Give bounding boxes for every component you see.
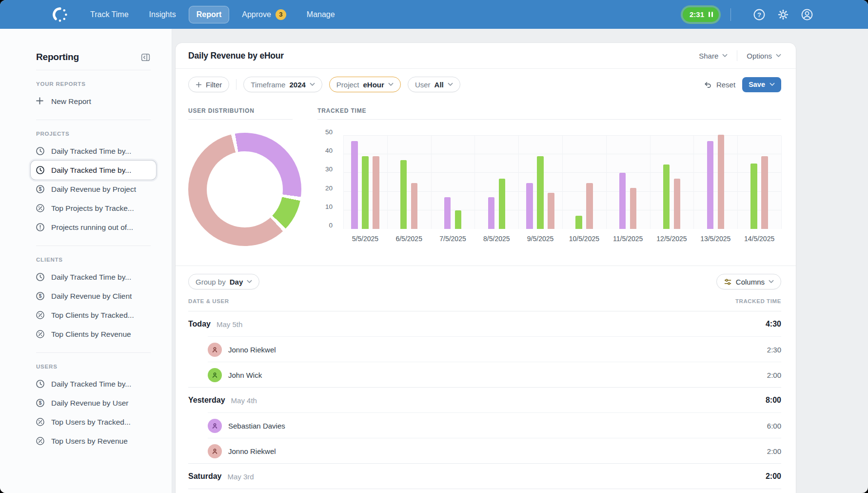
profile-avatar-icon[interactable] [800, 8, 813, 21]
sidebar-item-top-clients-by-tracked[interactable]: Top Clients by Tracked... [31, 306, 156, 325]
sidebar-item-daily-revenue-by-user[interactable]: $Daily Revenue by User [31, 393, 156, 412]
bar-pink-user-11-5-2025[interactable] [630, 188, 637, 229]
table-member-row-jonno-riekwel[interactable]: Jonno Riekwel2:30 [176, 337, 796, 362]
bar-green-user-12-5-2025[interactable] [663, 164, 670, 229]
gridline [387, 136, 388, 229]
sidebar-section-your-reports: YOUR REPORTSNew Report [36, 70, 151, 120]
timer-pill[interactable]: 2:31 [683, 7, 719, 22]
pause-icon[interactable] [709, 12, 713, 17]
reset-button[interactable]: Reset [704, 81, 735, 89]
bar-green-user-5-5-2025[interactable] [362, 156, 369, 229]
percent-icon [36, 417, 45, 427]
help-icon[interactable]: ? [752, 8, 766, 21]
sidebar-section-label: CLIENTS [36, 257, 151, 263]
sidebar-item-daily-tracked-time-by[interactable]: Daily Tracked Time by... [31, 374, 156, 393]
group-date: May 5th [217, 320, 242, 329]
bar-purple-user-8-5-2025[interactable] [488, 197, 495, 229]
y-axis-tick-label: 50 [325, 128, 333, 136]
x-axis-tick-label: 7/5/2025 [431, 235, 475, 243]
reporting-sidebar: Reporting YOUR REPORTSNew ReportPROJECTS… [0, 29, 172, 493]
chevron-down-icon [310, 82, 315, 86]
x-axis-tick-label: 11/5/2025 [606, 235, 650, 243]
nav-item-approve[interactable]: Approve3 [234, 5, 294, 24]
sidebar-item-daily-tracked-time-by[interactable]: Daily Tracked Time by... [31, 267, 156, 287]
table-member-row-john-wick[interactable]: John Wick2:00 [176, 362, 796, 388]
clock-icon [36, 146, 45, 156]
sidebar-item-projects-running-out-of[interactable]: Projects running out of... [31, 218, 156, 237]
sidebar-item-daily-tracked-time-by[interactable]: Daily Tracked Time by... [31, 142, 156, 161]
gridline [431, 136, 432, 229]
page-title: Daily Revenue by eHour [188, 51, 284, 61]
nav-item-report[interactable]: Report [189, 6, 230, 23]
nav-item-track-time[interactable]: Track Time [82, 6, 137, 23]
bar-green-user-7-5-2025[interactable] [455, 210, 462, 229]
filter-pill-project[interactable]: ProjecteHour [329, 77, 401, 92]
group-by-button[interactable]: Group by Day [188, 274, 259, 289]
tracked-time-bar-chart[interactable] [343, 136, 781, 229]
settings-gear-icon[interactable] [776, 8, 789, 21]
bar-green-user-10-5-2025[interactable] [575, 216, 582, 229]
filter-pill-user[interactable]: UserAll [408, 77, 460, 92]
sidebar-item-daily-revenue-by-client[interactable]: $Daily Revenue by Client [31, 287, 156, 306]
bar-green-user-8-5-2025[interactable] [499, 179, 506, 229]
sidebar-item-daily-tracked-time-by[interactable]: Daily Tracked Time by... [31, 161, 156, 180]
bar-pink-user-9-5-2025[interactable] [548, 193, 554, 229]
approve-count-badge: 3 [276, 9, 286, 20]
options-button[interactable]: Options [747, 52, 781, 60]
gridline [518, 136, 519, 229]
bar-purple-user-9-5-2025[interactable] [526, 183, 533, 229]
add-filter-button[interactable]: Filter [188, 77, 229, 92]
bar-pink-user-14-5-2025[interactable] [761, 156, 768, 229]
chevron-down-icon [769, 82, 775, 86]
bar-pink-user-5-5-2025[interactable] [373, 156, 379, 229]
nav-item-label: Approve [242, 10, 271, 19]
main-area: Daily Revenue by eHour Share Options [172, 29, 868, 493]
bar-pink-user-12-5-2025[interactable] [674, 179, 681, 229]
table-toolbar: Group by Day Columns [176, 266, 796, 289]
bar-green-user-14-5-2025[interactable] [750, 164, 757, 229]
sidebar-item-top-projects-by-tracke[interactable]: Top Projects by Tracke... [31, 199, 156, 218]
sidebar-collapse-icon[interactable] [140, 52, 151, 62]
sidebar-item-top-users-by-revenue[interactable]: Top Users by Revenue [31, 431, 156, 451]
svg-text:?: ? [757, 11, 761, 18]
table-group-row-saturday[interactable]: SaturdayMay 3rd2:00 [176, 464, 796, 489]
nav-item-insights[interactable]: Insights [141, 6, 184, 23]
user-distribution-donut-chart[interactable] [188, 133, 301, 246]
table-group-row-today[interactable]: TodayMay 5th4:30 [176, 311, 796, 337]
bar-purple-user-5-5-2025[interactable] [351, 141, 358, 229]
filter-pill-label: Project [336, 81, 359, 89]
sidebar-item-label: Daily Revenue by Project [51, 185, 136, 194]
chevron-down-icon [776, 54, 781, 58]
alert-icon [36, 223, 45, 232]
bar-pink-user-6-5-2025[interactable] [411, 183, 418, 229]
bar-purple-user-7-5-2025[interactable] [444, 197, 451, 229]
report-header: Daily Revenue by eHour Share Options [176, 43, 796, 69]
bar-green-user-9-5-2025[interactable] [537, 156, 544, 229]
dollar-icon: $ [36, 291, 45, 301]
sidebar-section-clients: CLIENTSDaily Tracked Time by...$Daily Re… [36, 246, 151, 353]
nav-items: Track TimeInsightsReportApprove3Manage [82, 5, 343, 24]
bar-chart-title: TRACKED TIME [317, 107, 781, 114]
bar-purple-user-13-5-2025[interactable] [707, 141, 714, 229]
nav-item-label: Track Time [90, 10, 129, 19]
sidebar-item-daily-revenue-by-project[interactable]: $Daily Revenue by Project [31, 180, 156, 199]
x-axis-tick-label: 8/5/2025 [474, 235, 518, 243]
filter-pill-timeframe[interactable]: Timeframe2024 [243, 77, 322, 92]
sidebar-item-top-clients-by-revenue[interactable]: Top Clients by Revenue [31, 325, 156, 344]
bar-chart-x-axis: 5/5/20256/5/20257/5/20258/5/20259/5/2025… [343, 235, 781, 243]
save-button[interactable]: Save [742, 77, 781, 92]
bar-pink-user-13-5-2025[interactable] [718, 135, 725, 229]
table-member-row-jonno-riekwel[interactable]: Jonno Riekwel2:00 [176, 438, 796, 464]
bar-green-user-6-5-2025[interactable] [400, 160, 407, 229]
table-group-row-yesterday[interactable]: YesterdayMay 4th8:00 [176, 388, 796, 413]
gridline [693, 136, 694, 229]
share-button[interactable]: Share [699, 52, 728, 60]
nav-item-manage[interactable]: Manage [299, 6, 343, 23]
app-logo-icon[interactable] [50, 5, 70, 24]
bar-purple-user-11-5-2025[interactable] [619, 173, 626, 229]
sidebar-item-top-users-by-tracked[interactable]: Top Users by Tracked... [31, 412, 156, 431]
columns-button[interactable]: Columns [716, 274, 781, 289]
sidebar-item-new-report[interactable]: New Report [31, 92, 156, 111]
bar-pink-user-10-5-2025[interactable] [586, 183, 593, 229]
table-member-row-sebastian-davies[interactable]: Sebastian Davies6:00 [176, 413, 796, 438]
